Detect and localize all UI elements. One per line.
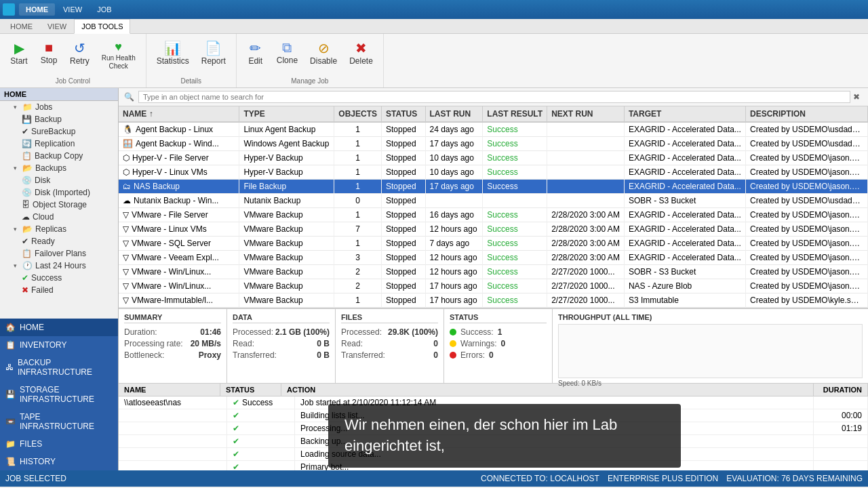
health-check-button[interactable]: ♥ Run HealthCheck [97, 37, 140, 74]
table-row[interactable]: ▽VMware - Linux VMs VMware Backup 7 Stop… [119, 222, 868, 237]
report-button[interactable]: 📄 Report [197, 37, 231, 69]
table-row[interactable]: ▽VMware - Win/Linux... VMware Backup 2 S… [119, 265, 868, 279]
files-processed: Processed: 29.8K (100%) [341, 327, 438, 337]
table-row[interactable]: ▽VMware - Veeam Expl... VMware Backup 3 … [119, 251, 868, 265]
sidebar-item-ready[interactable]: ✔ Ready [0, 235, 118, 247]
job-description: Created by USDEMO\jason.acord at 3/19/20… [746, 165, 868, 180]
job-description: Created by USDEMO\jason.acord at 2/2/202… [746, 180, 868, 194]
table-row[interactable]: 🗂NAS Backup File Backup 1 Stopped 17 day… [119, 180, 868, 194]
job-nextrun [547, 180, 625, 194]
col-header-desc[interactable]: DESCRIPTION [746, 106, 868, 122]
sidebar-item-diskimported[interactable]: 💿 Disk (Imported) [0, 186, 118, 199]
col-header-objects[interactable]: OBJECTS [334, 106, 382, 122]
col-header-name[interactable]: NAME ↑ [119, 106, 239, 122]
col-header-nextrun[interactable]: NEXT RUN [547, 106, 625, 122]
job-type-icon: ▽ [123, 224, 129, 234]
job-lastresult: Success [483, 293, 547, 308]
sidebar-item-backups[interactable]: ▾ 📂 Backups [0, 162, 118, 174]
edit-button[interactable]: ✏ Edit [242, 37, 269, 69]
nav-home[interactable]: HOME [19, 3, 55, 16]
col-header-lastresult[interactable]: LAST RESULT [483, 106, 547, 122]
sidebar-item-failoverplans[interactable]: 📋 Failover Plans [0, 247, 118, 260]
tab-view-ribbon[interactable]: VIEW [40, 19, 74, 33]
lower-name [119, 409, 227, 422]
delete-button[interactable]: ✖ Delete [344, 37, 378, 69]
nav-backupinfra-item[interactable]: 🖧 BACKUP INFRASTRUCTURE [0, 354, 118, 381]
clone-icon: ⧉ [282, 40, 292, 56]
job-type-icon: ☁ [123, 196, 131, 205]
job-lastresult: Success [483, 279, 547, 293]
disable-button[interactable]: ⊘ Disable [305, 37, 342, 69]
subtitle-overlay: Wir nehmen einen, der schon hier im Lab … [328, 404, 681, 468]
failed-icon: ✖ [22, 285, 28, 295]
lower-name [119, 448, 227, 460]
jobs-folder-icon: 📁 [22, 102, 33, 112]
throughput-title: THROUGHPUT (ALL TIME) [558, 313, 863, 321]
table-row[interactable]: 🪟Agent Backup - Wind... Windows Agent Ba… [119, 137, 868, 151]
sidebar-item-replication[interactable]: 🔄 Replication [0, 138, 118, 150]
sidebar-item-disk[interactable]: 💿 Disk [0, 174, 118, 186]
summary-title: SUMMARY [124, 313, 221, 323]
job-name: ▽VMware - Win/Linux... [119, 265, 239, 279]
table-row[interactable]: 🐧Agent Backup - Linux Linux Agent Backup… [119, 122, 868, 137]
health-icon: ♥ [115, 40, 122, 54]
nav-home-item[interactable]: 🏠 HOME [0, 319, 118, 336]
search-clear-button[interactable]: ✖ [850, 92, 863, 102]
table-row[interactable]: ▽VMware - Win/Linux... VMware Backup 2 S… [119, 279, 868, 293]
nav-storageinfra-item[interactable]: 💾 STORAGE INFRASTRUCTURE [0, 381, 118, 408]
lower-status: ✔ [227, 461, 295, 470]
table-row[interactable]: ▽VMware-Immutable/l... VMware Backup 1 S… [119, 293, 868, 308]
nav-files-item[interactable]: 📁 FILES [0, 435, 118, 453]
sidebar-item-failed[interactable]: ✖ Failed [0, 284, 118, 296]
sidebar-item-last24[interactable]: ▾ 🕐 Last 24 Hours [0, 260, 118, 272]
search-input[interactable] [138, 91, 850, 103]
sidebar-item-replicas[interactable]: ▾ 📂 Replicas [0, 223, 118, 235]
expand-icon-2: ▾ [14, 165, 20, 171]
job-lastresult: Success [483, 151, 547, 165]
col-header-lastrun[interactable]: LAST RUN [425, 106, 483, 122]
data-processed: Processed: 2.1 GB (100%) [233, 327, 330, 337]
table-row[interactable]: ⬡Hyper-V - Linux VMs Hyper-V Backup 1 St… [119, 165, 868, 180]
lower-col-status: STATUS [220, 384, 281, 396]
sidebar-item-success[interactable]: ✔ Success [0, 272, 118, 284]
retry-icon: ↺ [74, 40, 85, 56]
table-row[interactable]: ⬡Hyper-V - File Server Hyper-V Backup 1 … [119, 151, 868, 165]
files-title: FILES [341, 313, 438, 323]
stop-button[interactable]: ■ Stop [35, 37, 62, 68]
nav-job[interactable]: JOB [90, 3, 118, 16]
col-header-type[interactable]: TYPE [239, 106, 334, 122]
tab-job-tools[interactable]: JOB TOOLS [74, 19, 130, 34]
job-type-icon: ▽ [123, 210, 129, 220]
statistics-button[interactable]: 📊 Statistics [152, 37, 194, 69]
job-status: Stopped [382, 265, 426, 279]
retry-button[interactable]: ↺ Retry [65, 37, 94, 69]
col-header-target[interactable]: TARGET [624, 106, 745, 122]
table-row[interactable]: ☁Nutanix Backup - Win... Nutanix Backup … [119, 194, 868, 208]
statistics-icon: 📊 [164, 40, 181, 56]
sidebar-item-jobs[interactable]: ▾ 📁 Jobs [0, 101, 118, 113]
start-button[interactable]: ▶ Start [5, 37, 33, 69]
replicas-folder-icon: 📂 [22, 224, 33, 234]
clone-button[interactable]: ⧉ Clone [272, 37, 302, 68]
tapeinfra-icon: 📼 [5, 417, 16, 426]
job-target: NAS - Azure Blob [624, 279, 745, 293]
sidebar-item-cloud[interactable]: ☁ Cloud [0, 211, 118, 223]
job-target: EXAGRID - Accelerated Data... [624, 165, 745, 180]
col-header-status[interactable]: STATUS [382, 106, 426, 122]
sidebar-item-objectstorage[interactable]: 🗄 Object Storage [0, 199, 118, 211]
job-lastresult: Success [483, 180, 547, 194]
nav-view[interactable]: VIEW [56, 3, 89, 16]
job-target: SOBR - S3 Bucket [624, 194, 745, 208]
nav-history-item[interactable]: 📜 HISTORY [0, 453, 118, 470]
lower-col-duration: DURATION [814, 384, 868, 396]
job-lastrun: 10 days ago [425, 151, 483, 165]
sidebar-item-backupcopy[interactable]: 📋 Backup Copy [0, 150, 118, 162]
nav-tapeinfra-item[interactable]: 📼 TAPE INFRASTRUCTURE [0, 408, 118, 435]
table-row[interactable]: ▽VMware - SQL Server VMware Backup 1 Sto… [119, 237, 868, 251]
sidebar-item-surebackup[interactable]: ✔ SureBackup [0, 125, 118, 138]
sidebar-item-backup[interactable]: 💾 Backup [0, 113, 118, 125]
table-row[interactable]: ▽VMware - File Server VMware Backup 1 St… [119, 208, 868, 222]
job-lastrun: 17 days ago [425, 180, 483, 194]
tab-home-ribbon[interactable]: HOME [3, 19, 40, 33]
nav-inventory-item[interactable]: 📋 INVENTORY [0, 336, 118, 354]
